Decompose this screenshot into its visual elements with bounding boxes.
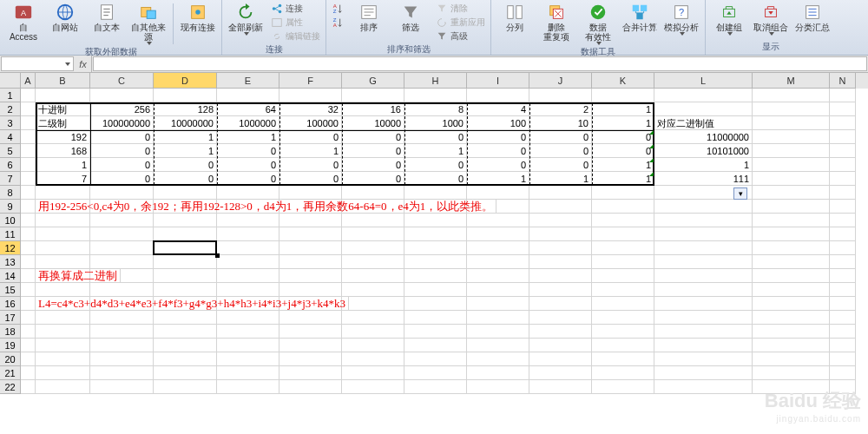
cell-N2[interactable] bbox=[830, 102, 856, 116]
cell-N1[interactable] bbox=[830, 89, 856, 102]
cell-J1[interactable] bbox=[529, 89, 592, 102]
sort-desc-button[interactable]: ZA bbox=[330, 16, 345, 30]
cell-M1[interactable] bbox=[753, 89, 830, 102]
cell-H10[interactable] bbox=[404, 214, 467, 227]
cell-M16[interactable] bbox=[753, 297, 830, 311]
cell-K15[interactable] bbox=[592, 283, 654, 297]
cell-J8[interactable] bbox=[529, 186, 592, 200]
cell-J19[interactable] bbox=[529, 339, 592, 352]
cell-I21[interactable] bbox=[467, 366, 529, 380]
cell-K17[interactable] bbox=[592, 311, 654, 325]
ungroup-button[interactable]: 取消组合 bbox=[751, 2, 791, 36]
cell-F3[interactable]: 100000 bbox=[279, 116, 342, 130]
col-header-M[interactable]: M bbox=[753, 73, 830, 89]
cell-E14[interactable] bbox=[217, 269, 279, 283]
cell-L5[interactable]: 10101000 bbox=[654, 144, 753, 158]
cell-D8[interactable] bbox=[154, 186, 217, 200]
cell-G4[interactable]: 0 bbox=[342, 130, 404, 144]
row-header-18[interactable]: 18 bbox=[0, 325, 21, 339]
cell-M9[interactable] bbox=[753, 200, 830, 214]
cell-J11[interactable] bbox=[529, 227, 592, 241]
cell-G12[interactable] bbox=[342, 241, 404, 255]
cell-N11[interactable] bbox=[830, 227, 856, 241]
cell-A7[interactable] bbox=[21, 172, 36, 186]
cell-E4[interactable]: 1 bbox=[217, 130, 279, 144]
row-header-20[interactable]: 20 bbox=[0, 352, 21, 366]
cell-G3[interactable]: 10000 bbox=[342, 116, 404, 130]
cell-K11[interactable] bbox=[592, 227, 654, 241]
cell-I20[interactable] bbox=[467, 352, 529, 366]
cell-A20[interactable] bbox=[21, 352, 36, 366]
row-header-4[interactable]: 4 bbox=[0, 130, 21, 144]
cell-F7[interactable]: 0 bbox=[279, 172, 342, 186]
cell-B13[interactable] bbox=[36, 255, 90, 269]
cell-E7[interactable]: 0 bbox=[217, 172, 279, 186]
cell-B17[interactable] bbox=[36, 311, 90, 325]
cell-E11[interactable] bbox=[217, 227, 279, 241]
cell-A21[interactable] bbox=[21, 366, 36, 380]
row-header-5[interactable]: 5 bbox=[0, 144, 21, 158]
cell-D4[interactable]: 1 bbox=[154, 130, 217, 144]
cell-M2[interactable] bbox=[753, 102, 830, 116]
cell-C8[interactable] bbox=[90, 186, 154, 200]
cell-H15[interactable] bbox=[404, 283, 467, 297]
cell-I18[interactable] bbox=[467, 325, 529, 339]
cell-D19[interactable] bbox=[154, 339, 217, 352]
cells-area[interactable]: 十进制2561286432168421二级制100000000100000001… bbox=[21, 89, 868, 434]
row-header-7[interactable]: 7 bbox=[0, 172, 21, 186]
cell-K1[interactable] bbox=[592, 89, 654, 102]
cell-J13[interactable] bbox=[529, 255, 592, 269]
col-header-F[interactable]: F bbox=[279, 73, 342, 89]
cell-L4[interactable]: 11000000 bbox=[654, 130, 753, 144]
cell-N7[interactable] bbox=[830, 172, 856, 186]
cell-M19[interactable] bbox=[753, 339, 830, 352]
cell-H3[interactable]: 1000 bbox=[404, 116, 467, 130]
cell-E8[interactable] bbox=[217, 186, 279, 200]
cell-A3[interactable] bbox=[21, 116, 36, 130]
cell-D1[interactable] bbox=[154, 89, 217, 102]
cell-B14[interactable]: 再换算成二进制 bbox=[36, 269, 121, 283]
cell-M12[interactable] bbox=[753, 241, 830, 255]
cell-B21[interactable] bbox=[36, 366, 90, 380]
cell-B18[interactable] bbox=[36, 325, 90, 339]
cell-K19[interactable] bbox=[592, 339, 654, 352]
cell-J12[interactable] bbox=[529, 241, 592, 255]
cell-K8[interactable] bbox=[592, 186, 654, 200]
cell-C22[interactable] bbox=[90, 380, 154, 394]
cell-L16[interactable] bbox=[654, 297, 753, 311]
group-button[interactable]: 创建组 bbox=[709, 2, 749, 36]
col-header-G[interactable]: G bbox=[342, 73, 404, 89]
cell-I15[interactable] bbox=[467, 283, 529, 297]
cell-J2[interactable]: 2 bbox=[529, 102, 592, 116]
clear-filter-button[interactable]: 清除 bbox=[434, 2, 487, 16]
cell-B5[interactable]: 168 bbox=[36, 144, 90, 158]
cell-L20[interactable] bbox=[654, 352, 753, 366]
name-box[interactable] bbox=[1, 56, 74, 71]
cell-E12[interactable] bbox=[217, 241, 279, 255]
cell-B15[interactable] bbox=[36, 283, 90, 297]
cell-E20[interactable] bbox=[217, 352, 279, 366]
cell-N3[interactable] bbox=[830, 116, 856, 130]
cell-J9[interactable] bbox=[529, 200, 592, 214]
cell-E1[interactable] bbox=[217, 89, 279, 102]
cell-D20[interactable] bbox=[154, 352, 217, 366]
cell-L19[interactable] bbox=[654, 339, 753, 352]
cell-G22[interactable] bbox=[342, 380, 404, 394]
cell-N12[interactable] bbox=[830, 241, 856, 255]
cell-M4[interactable] bbox=[753, 130, 830, 144]
cell-N15[interactable] bbox=[830, 283, 856, 297]
cell-A19[interactable] bbox=[21, 339, 36, 352]
cell-I11[interactable] bbox=[467, 227, 529, 241]
cell-G2[interactable]: 16 bbox=[342, 102, 404, 116]
cell-G20[interactable] bbox=[342, 352, 404, 366]
cell-N6[interactable] bbox=[830, 158, 856, 172]
cell-N8[interactable] bbox=[830, 186, 856, 200]
cell-L7[interactable]: 111 bbox=[654, 172, 753, 186]
cell-K2[interactable]: 1 bbox=[592, 102, 654, 116]
cell-F18[interactable] bbox=[279, 325, 342, 339]
cell-I22[interactable] bbox=[467, 380, 529, 394]
cell-I17[interactable] bbox=[467, 311, 529, 325]
cell-L17[interactable] bbox=[654, 311, 753, 325]
cell-K3[interactable]: 1 bbox=[592, 116, 654, 130]
cell-G13[interactable] bbox=[342, 255, 404, 269]
